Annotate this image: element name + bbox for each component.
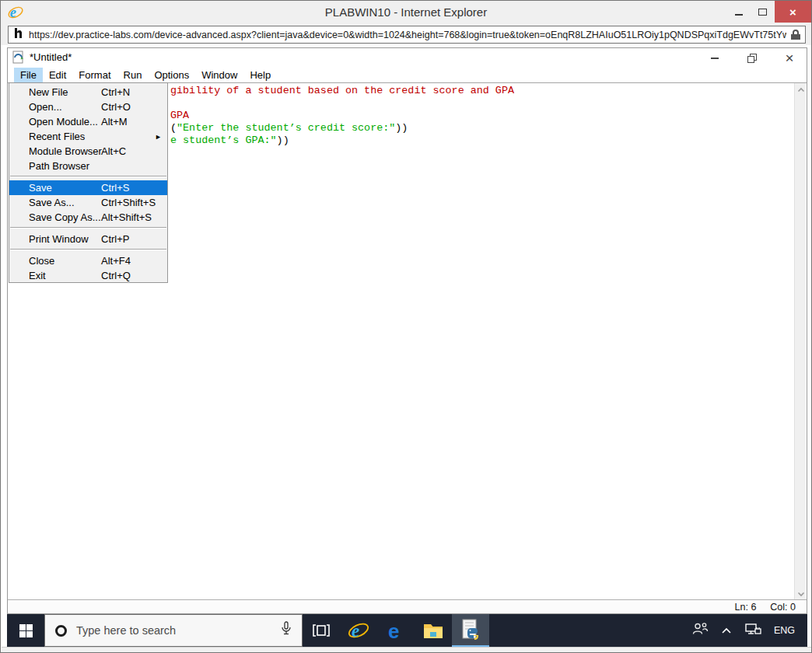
folder-icon <box>423 622 443 639</box>
menu-item-close[interactable]: CloseAlt+F4 <box>9 253 167 268</box>
network-icon[interactable] <box>744 622 761 639</box>
taskbar-internet-explorer-button[interactable]: e <box>340 614 377 647</box>
svg-text:e: e <box>352 621 359 641</box>
taskbar-file-explorer-button[interactable] <box>415 614 452 647</box>
menu-item-recent-files[interactable]: Recent Files► <box>9 129 167 144</box>
menu-item-exit[interactable]: ExitCtrl+Q <box>9 268 167 283</box>
microphone-icon[interactable] <box>280 621 292 640</box>
menu-options[interactable]: Options <box>148 68 195 82</box>
menu-item-path-browser[interactable]: Path Browser <box>9 159 167 173</box>
submenu-arrow-icon: ► <box>155 133 162 141</box>
minimize-icon <box>735 14 743 16</box>
idle-window-title: *Untitled* <box>30 51 72 63</box>
idle-restore-button[interactable] <box>746 52 758 65</box>
file-dropdown-menu: New FileCtrl+N Open...Ctrl+O Open Module… <box>9 82 168 283</box>
task-view-icon <box>312 623 331 638</box>
browser-minimize-button[interactable] <box>726 1 751 23</box>
restore-icon <box>747 54 757 63</box>
menu-item-open[interactable]: Open...Ctrl+O <box>9 100 167 114</box>
cortana-icon <box>55 625 67 637</box>
idle-close-button[interactable]: × <box>783 52 796 65</box>
idle-minimize-button[interactable] <box>709 52 721 65</box>
menu-item-new-file[interactable]: New FileCtrl+N <box>9 85 167 100</box>
chevron-down-icon <box>797 592 805 597</box>
menu-separator <box>9 246 167 253</box>
minimize-icon <box>711 58 719 59</box>
code-line: gibility of a student based on the credi… <box>170 85 514 97</box>
menu-separator <box>9 225 167 232</box>
scroll-up-button[interactable] <box>795 83 807 96</box>
menu-item-save-copy-as[interactable]: Save Copy As...Alt+Shift+S <box>9 210 167 225</box>
status-line-number: Ln: 6 <box>735 602 757 613</box>
svg-text:e: e <box>388 620 399 641</box>
browser-titlebar: e PLABWIN10 - Internet Explorer × <box>1 1 811 24</box>
taskbar-edge-button[interactable]: e <box>377 614 415 647</box>
code-line: ("Enter the student’s credit score:")) <box>170 122 408 134</box>
taskbar-search-box[interactable]: Type here to search <box>44 614 303 647</box>
start-button[interactable] <box>7 614 44 647</box>
maximize-icon <box>758 9 767 16</box>
system-tray: ENG <box>691 614 807 647</box>
idle-menubar: File Edit Format Run Options Window Help <box>8 68 807 83</box>
internet-explorer-icon: e <box>348 620 369 641</box>
menu-run[interactable]: Run <box>117 68 149 82</box>
python-idle-icon <box>460 619 481 641</box>
browser-bottom-edge <box>2 647 812 653</box>
menu-separator <box>9 173 167 180</box>
browser-address-row: https://dev.practice-labs.com/device-adv… <box>1 24 811 45</box>
menu-file[interactable]: File <box>14 68 43 82</box>
status-column-number: Col: 0 <box>770 602 796 613</box>
python-file-icon <box>12 51 25 67</box>
windows-taskbar: Type here to search e e <box>7 614 807 647</box>
menu-item-save-as[interactable]: Save As...Ctrl+Shift+S <box>9 195 167 210</box>
menu-help[interactable]: Help <box>243 68 277 82</box>
menu-window[interactable]: Window <box>195 68 243 82</box>
chevron-up-icon <box>721 627 732 634</box>
menu-edit[interactable]: Edit <box>43 68 72 82</box>
url-text[interactable]: https://dev.practice-labs.com/device-adv… <box>29 30 786 40</box>
menu-item-open-module[interactable]: Open Module...Alt+M <box>9 114 167 129</box>
close-icon: × <box>789 5 796 19</box>
close-icon: × <box>785 50 793 67</box>
address-bar[interactable]: https://dev.practice-labs.com/device-adv… <box>8 26 806 44</box>
code-line: e student’s GPA:")) <box>170 134 289 147</box>
people-icon[interactable] <box>691 621 709 640</box>
menu-item-save[interactable]: SaveCtrl+S <box>9 180 167 195</box>
menu-format[interactable]: Format <box>72 68 117 82</box>
browser-window-title: PLABWIN10 - Internet Explorer <box>1 1 811 24</box>
menu-item-print-window[interactable]: Print WindowCtrl+P <box>9 232 167 246</box>
remote-desktop-screen: e PLABWIN10 - Internet Explorer × https:… <box>0 0 812 653</box>
task-view-button[interactable] <box>303 614 340 647</box>
show-hidden-icons-button[interactable] <box>721 623 732 637</box>
idle-statusbar: Ln: 6 Col: 0 <box>8 599 807 613</box>
windows-logo-icon <box>19 624 33 637</box>
browser-close-button[interactable]: × <box>775 1 811 23</box>
code-line: GPA <box>170 110 189 122</box>
browser-maximize-button[interactable] <box>751 1 775 23</box>
editor-vertical-scrollbar[interactable] <box>794 83 806 601</box>
edge-icon: e <box>386 620 406 641</box>
search-placeholder-text: Type here to search <box>76 624 280 637</box>
menu-item-module-browser[interactable]: Module BrowserAlt+C <box>9 144 167 159</box>
security-lock-icon <box>791 30 800 40</box>
site-favicon-icon <box>13 27 23 42</box>
idle-titlebar: *Untitled* × <box>8 48 807 68</box>
taskbar-python-idle-button[interactable] <box>452 614 489 647</box>
chevron-up-icon <box>797 87 805 93</box>
language-indicator[interactable]: ENG <box>774 625 795 636</box>
